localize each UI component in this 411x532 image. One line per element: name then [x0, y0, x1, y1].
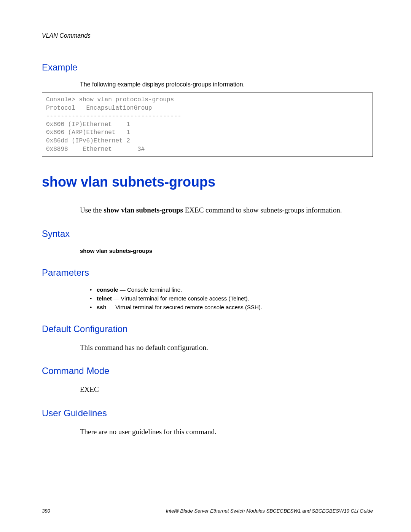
- page-number: 380: [42, 508, 50, 514]
- page-header-section: VLAN Commands: [42, 32, 373, 39]
- syntax-text: show vlan subnets-groups: [80, 248, 373, 254]
- param-name: console: [97, 286, 118, 293]
- default-config-text: This command has no default configuratio…: [80, 343, 373, 353]
- example-intro: The following example displays protocols…: [80, 81, 373, 88]
- param-name: telnet: [97, 295, 112, 302]
- user-guidelines-heading: User Guidelines: [42, 408, 373, 419]
- parameters-list: console — Console terminal line. telnet …: [90, 286, 373, 310]
- default-config-heading: Default Configuration: [42, 324, 373, 334]
- list-item: console — Console terminal line.: [90, 286, 373, 293]
- page-footer: 380 Intel® Blade Server Ethernet Switch …: [42, 508, 373, 514]
- doc-title: Intel® Blade Server Ethernet Switch Modu…: [166, 508, 373, 514]
- syntax-heading: Syntax: [42, 228, 373, 239]
- param-desc: — Virtual terminal for secured remote co…: [107, 304, 262, 310]
- param-desc: — Virtual terminal for remote console ac…: [112, 295, 249, 302]
- command-mode-heading: Command Mode: [42, 366, 373, 376]
- desc-pre: Use the: [80, 206, 104, 214]
- parameters-heading: Parameters: [42, 267, 373, 278]
- code-block: Console> show vlan protocols-groups Prot…: [42, 93, 373, 157]
- command-mode-text: EXEC: [80, 385, 373, 395]
- param-desc: — Console terminal line.: [118, 286, 182, 293]
- param-name: ssh: [97, 304, 107, 310]
- command-description: Use the show vlan subnets-groups EXEC co…: [80, 205, 373, 215]
- desc-bold: show vlan subnets-groups: [104, 206, 183, 214]
- command-title: show vlan subnets-groups: [42, 174, 373, 190]
- list-item: ssh — Virtual terminal for secured remot…: [90, 304, 373, 310]
- example-heading: Example: [42, 62, 373, 73]
- list-item: telnet — Virtual terminal for remote con…: [90, 295, 373, 302]
- user-guidelines-text: There are no user guidelines for this co…: [80, 427, 373, 437]
- desc-post: EXEC command to show subnets-groups info…: [183, 206, 342, 214]
